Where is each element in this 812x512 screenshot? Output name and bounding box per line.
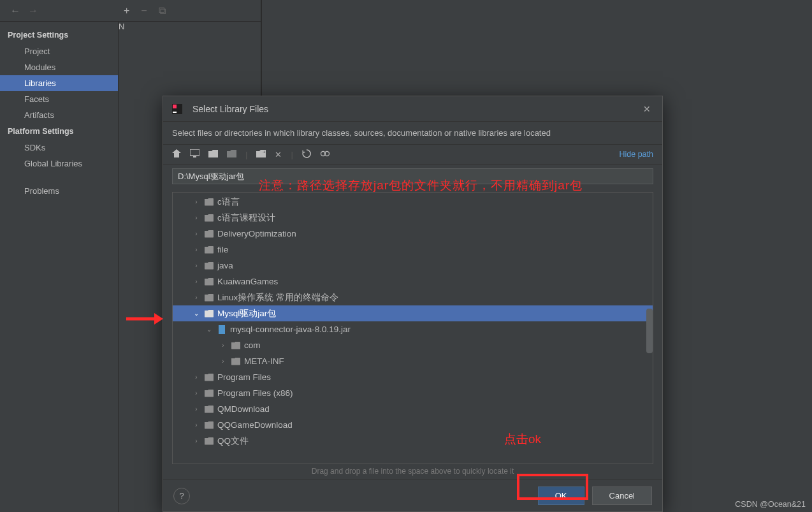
sidebar-item-libraries[interactable]: Libraries (0, 75, 118, 91)
folder-icon (205, 198, 214, 206)
sidebar-heading-project: Project Settings (0, 27, 118, 43)
tree-node[interactable]: ›Program Files (x86) (173, 385, 653, 401)
sidebar-item-project[interactable]: Project (0, 43, 118, 59)
desktop-icon[interactable] (190, 149, 199, 159)
chevron-right-icon[interactable]: › (192, 406, 201, 413)
new-folder-icon[interactable]: + (256, 150, 266, 159)
cancel-button[interactable]: Cancel (592, 486, 652, 505)
tree-node[interactable]: ›QMDownload (173, 401, 653, 417)
add-library-button[interactable]: + (124, 5, 129, 17)
sidebar-item-facets[interactable]: Facets (0, 91, 118, 107)
tree-node-label: Program Files (x86) (217, 388, 293, 398)
tree-node[interactable]: ›c语言课程设计 (173, 210, 653, 226)
tree-node[interactable]: ›file (173, 242, 653, 258)
folder-icon (205, 294, 214, 302)
tree-node-label: c语言 (217, 196, 240, 208)
tree-node-label: Linux操作系统 常用的终端命令 (217, 292, 338, 304)
chevron-right-icon[interactable]: › (192, 278, 201, 285)
tree-node[interactable]: ›com (173, 337, 653, 353)
sidebar-item-sdks[interactable]: SDKs (0, 140, 118, 156)
folder-icon (205, 421, 214, 429)
chevron-right-icon[interactable]: › (192, 230, 201, 237)
tree-node-label: QMDownload (217, 404, 270, 414)
tree-node-label: DeliveryOptimization (217, 229, 296, 238)
help-button[interactable]: ? (173, 488, 190, 504)
svg-rect-2 (173, 112, 177, 113)
dialog-footer: ? OK Cancel (163, 479, 662, 511)
chevron-right-icon[interactable]: › (219, 358, 228, 365)
svg-text:+: + (263, 150, 266, 155)
tree-node[interactable]: ›Program Files (173, 369, 653, 385)
chevron-right-icon[interactable]: › (192, 421, 201, 428)
tree-node[interactable]: ⌄Mysql驱动jar包 (173, 305, 653, 321)
svg-rect-1 (173, 105, 177, 108)
sidebar-item-modules[interactable]: Modules (0, 59, 118, 75)
file-tree[interactable]: ›c语言›c语言课程设计›DeliveryOptimization›file›j… (172, 192, 653, 464)
file-chooser-toolbar: | + ✕ | Hide path (163, 144, 662, 165)
chevron-right-icon[interactable]: › (192, 390, 201, 397)
remove-library-button[interactable]: − (141, 5, 147, 17)
folder-icon (205, 230, 214, 238)
chevron-right-icon[interactable]: › (192, 262, 201, 269)
chevron-down-icon[interactable]: ⌄ (192, 310, 201, 317)
tree-node[interactable]: ›KuaiwanGames (173, 274, 653, 289)
chevron-right-icon[interactable]: › (192, 374, 201, 381)
chevron-right-icon[interactable]: › (192, 294, 201, 301)
project-structure-sidebar: Project Settings ProjectModulesLibraries… (0, 22, 119, 512)
folder-icon (231, 358, 240, 365)
close-icon[interactable]: ✕ (641, 101, 653, 117)
tree-node-label: file (217, 245, 228, 254)
folder-icon (205, 246, 214, 254)
tree-node-label: Program Files (217, 372, 271, 382)
module-folder-icon[interactable] (227, 150, 236, 159)
tree-node[interactable]: ›DeliveryOptimization (173, 226, 653, 242)
dialog-title: Select Library Files (192, 104, 268, 114)
folder-icon (231, 342, 240, 349)
tree-node-label: java (217, 261, 233, 270)
copy-library-button[interactable]: ⧉ (159, 5, 166, 17)
ok-button[interactable]: OK (538, 486, 584, 505)
back-button[interactable]: ← (6, 5, 24, 17)
sidebar-item-problems[interactable]: Problems (0, 183, 118, 199)
chevron-right-icon[interactable]: › (192, 198, 201, 205)
select-library-files-dialog: Select Library Files ✕ Select files or d… (163, 96, 663, 512)
folder-icon (205, 374, 214, 381)
dialog-titlebar: Select Library Files ✕ (163, 96, 662, 122)
tree-node-label: mysql-connector-java-8.0.19.jar (230, 325, 351, 334)
chevron-right-icon[interactable]: › (192, 214, 201, 221)
tree-node[interactable]: ›java (173, 258, 653, 274)
project-folder-icon[interactable] (208, 150, 218, 159)
folder-icon (205, 278, 214, 286)
sidebar-item-artifacts[interactable]: Artifacts (0, 107, 118, 123)
separator: | (291, 150, 293, 159)
tree-node-label: QQGameDownload (217, 420, 293, 430)
tree-node[interactable]: ›QQGameDownload (173, 417, 653, 433)
delete-icon[interactable]: ✕ (275, 150, 282, 159)
scrollbar[interactable] (646, 309, 653, 353)
svg-rect-3 (190, 149, 199, 156)
folder-icon (205, 214, 214, 222)
tree-node[interactable]: ›QQ文件 (173, 433, 653, 449)
forward-button[interactable]: → (24, 5, 42, 17)
home-icon[interactable] (172, 149, 181, 159)
intellij-icon (172, 103, 184, 115)
tree-node-label: KuaiwanGames (217, 277, 278, 286)
show-hidden-icon[interactable] (320, 149, 330, 160)
tree-node[interactable]: ›Linux操作系统 常用的终端命令 (173, 289, 653, 305)
dialog-description: Select files or directories in which lib… (163, 122, 662, 144)
path-input[interactable] (172, 168, 653, 184)
sidebar-item-global-libraries[interactable]: Global Libraries (0, 156, 118, 172)
folder-icon (205, 390, 214, 397)
tree-node-label: com (244, 340, 261, 350)
chevron-right-icon[interactable]: › (192, 246, 201, 253)
tree-node[interactable]: ›META-INF (173, 353, 653, 369)
refresh-icon[interactable] (302, 149, 311, 160)
tree-node[interactable]: ⌄mysql-connector-java-8.0.19.jar (173, 321, 653, 337)
svg-rect-4 (193, 156, 196, 157)
jar-icon (219, 325, 225, 334)
chevron-right-icon[interactable]: › (219, 342, 228, 349)
chevron-down-icon[interactable]: ⌄ (205, 326, 214, 333)
hide-path-link[interactable]: Hide path (619, 150, 653, 159)
chevron-right-icon[interactable]: › (192, 437, 201, 444)
tree-node[interactable]: ›c语言 (173, 194, 653, 210)
